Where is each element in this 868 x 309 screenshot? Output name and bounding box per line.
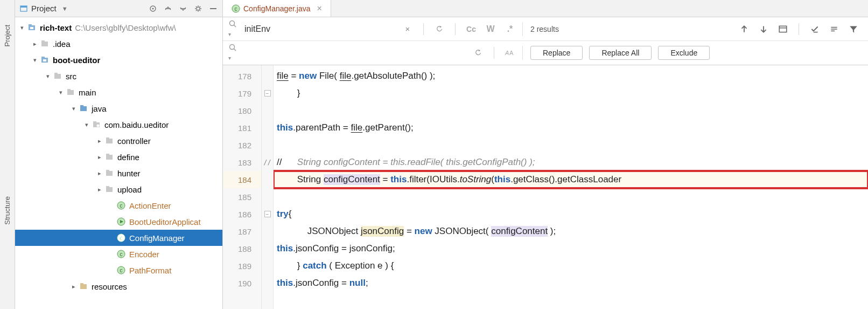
- prev-replace-history-icon[interactable]: [471, 46, 485, 60]
- select-all-icon[interactable]: [808, 22, 822, 36]
- fold-toggle-icon[interactable]: −: [264, 90, 271, 97]
- svg-rect-14: [41, 42, 48, 46]
- code-content[interactable]: file = new File( file.getAbsolutePath() …: [274, 65, 868, 309]
- svg-rect-10: [210, 8, 216, 9]
- collapse-all-icon[interactable]: [178, 4, 188, 13]
- project-tool-window: Project ▼ ▾ rich-text C:\Users\gblfy\Des…: [15, 0, 223, 309]
- code-line[interactable]: try{: [274, 205, 868, 223]
- svg-line-61: [234, 49, 236, 51]
- tree-class-config-manager[interactable]: ▸c ConfigManager: [15, 230, 222, 246]
- side-tab-project[interactable]: Project: [2, 22, 12, 53]
- tree-package-controller[interactable]: ▸ controller: [15, 133, 222, 149]
- svg-rect-20: [54, 73, 58, 74]
- class-icon: c: [117, 201, 125, 210]
- clear-find-icon[interactable]: ×: [401, 22, 415, 36]
- fold-cell[interactable]: −: [262, 85, 273, 102]
- tree-label: ActionEnter: [129, 201, 171, 210]
- tree-root-rich-text[interactable]: ▾ rich-text C:\Users\gblfy\Desktop\wfw\: [15, 19, 222, 36]
- fold-cell[interactable]: [262, 136, 273, 154]
- fold-cell[interactable]: [262, 274, 273, 292]
- exclude-button[interactable]: Exclude: [658, 46, 710, 60]
- folder-icon: [40, 39, 49, 48]
- fold-cell[interactable]: [262, 67, 273, 85]
- hide-icon[interactable]: [208, 4, 218, 13]
- svg-rect-6: [20, 6, 27, 8]
- tab-config-manager[interactable]: c ConfigManager.java ×: [223, 0, 331, 17]
- runnable-class-icon: [117, 217, 125, 226]
- replace-button[interactable]: Replace: [530, 46, 583, 60]
- prev-match-icon[interactable]: [737, 22, 751, 36]
- gear-icon[interactable]: [193, 4, 203, 13]
- find-input[interactable]: [244, 24, 395, 34]
- fold-cell[interactable]: [262, 102, 273, 119]
- tree-folder-src[interactable]: ▾ src: [15, 68, 222, 84]
- fold-toggle-icon[interactable]: −: [264, 211, 271, 217]
- line-number: 179: [223, 85, 261, 102]
- svg-text:c: c: [120, 251, 123, 257]
- filter-icon[interactable]: [846, 22, 860, 36]
- tree-module-boot-ueditor[interactable]: ▾ boot-ueditor: [15, 52, 222, 68]
- code-line[interactable]: file = new File( file.getAbsolutePath() …: [274, 67, 868, 85]
- tree-package[interactable]: ▾ com.baidu.ueditor: [15, 116, 222, 133]
- project-header: Project ▼: [15, 0, 222, 17]
- words-toggle[interactable]: W: [484, 22, 498, 36]
- locate-icon[interactable]: [148, 4, 158, 13]
- fold-cell[interactable]: [262, 119, 273, 136]
- code-line[interactable]: [274, 102, 868, 119]
- code-line[interactable]: this.parentPath = file.getParent();: [274, 119, 868, 136]
- regex-toggle[interactable]: .*: [503, 22, 517, 36]
- match-case-toggle[interactable]: Cc: [464, 22, 478, 36]
- svg-point-27: [97, 125, 100, 127]
- project-tree[interactable]: ▾ rich-text C:\Users\gblfy\Desktop\wfw\ …: [15, 17, 222, 309]
- side-tool-tabs: Project Structure: [0, 0, 15, 309]
- preserve-case-icon[interactable]: AA: [503, 46, 517, 60]
- fold-cell[interactable]: [262, 223, 273, 240]
- tree-package-define[interactable]: ▸ define: [15, 149, 222, 165]
- code-line[interactable]: [274, 188, 868, 205]
- code-editor[interactable]: 178179180181182183184185186187188189190 …: [223, 65, 868, 309]
- svg-rect-23: [80, 106, 87, 111]
- line-number: 189: [223, 257, 261, 274]
- next-match-icon[interactable]: [757, 22, 771, 36]
- class-icon: c: [117, 250, 125, 258]
- project-view-selector[interactable]: Project ▼: [19, 4, 145, 13]
- expand-all-icon[interactable]: [163, 4, 173, 13]
- tree-class-action-enter[interactable]: ▸c ActionEnter: [15, 197, 222, 214]
- fold-cell[interactable]: [262, 171, 273, 188]
- code-line[interactable]: String configContent = this.filter(IOUti…: [274, 171, 868, 188]
- tree-source-folder-java[interactable]: ▾ java: [15, 100, 222, 116]
- code-line[interactable]: this.jsonConfig = jsonConfig;: [274, 240, 868, 257]
- code-line[interactable]: // String configContent = this.readFile(…: [274, 154, 868, 171]
- tree-folder-main[interactable]: ▾ main: [15, 84, 222, 100]
- tree-class-path-format[interactable]: ▸c PathFormat: [15, 262, 222, 278]
- tree-class-boot-ueditor-app[interactable]: ▸ BootUeditorApplicat: [15, 214, 222, 230]
- fold-cell[interactable]: //: [262, 154, 273, 171]
- tree-folder-idea[interactable]: ▸ .idea: [15, 36, 222, 52]
- tree-folder-resources[interactable]: ▸ resources: [15, 278, 222, 294]
- fold-cell[interactable]: −: [262, 205, 273, 223]
- fold-gutter[interactable]: −//−: [262, 65, 274, 309]
- replace-all-button[interactable]: Replace All: [589, 46, 652, 60]
- tree-class-encoder[interactable]: ▸c Encoder: [15, 246, 222, 262]
- fold-cell[interactable]: [262, 257, 273, 274]
- code-line[interactable]: } catch ( Exception e ) {: [274, 257, 868, 274]
- code-line[interactable]: [274, 136, 868, 154]
- replace-input[interactable]: [244, 48, 466, 58]
- fold-cell[interactable]: [262, 240, 273, 257]
- code-line[interactable]: JSONObject jsonConfig = new JSONObject( …: [274, 223, 868, 240]
- new-window-icon[interactable]: [776, 22, 790, 36]
- svg-rect-21: [67, 90, 74, 95]
- tree-path: C:\Users\gblfy\Desktop\wfw\: [75, 23, 176, 32]
- code-line[interactable]: }: [274, 85, 868, 102]
- tree-package-upload[interactable]: ▸ upload: [15, 181, 222, 197]
- tree-package-hunter[interactable]: ▸ hunter: [15, 165, 222, 181]
- side-tab-structure[interactable]: Structure: [2, 193, 12, 231]
- tree-label: src: [66, 72, 76, 81]
- folder-icon: [53, 72, 62, 80]
- fold-cell[interactable]: [262, 188, 273, 205]
- prev-occurrence-history-icon[interactable]: [432, 22, 446, 36]
- code-line[interactable]: this.jsonConfig = null;: [274, 274, 868, 292]
- close-icon[interactable]: ×: [317, 4, 322, 13]
- add-selection-icon[interactable]: [827, 22, 841, 36]
- search-icon: ▾: [228, 43, 239, 63]
